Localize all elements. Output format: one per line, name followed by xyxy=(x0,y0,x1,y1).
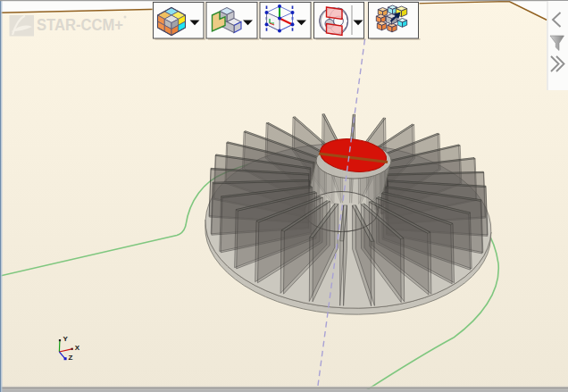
svg-text:STAR-CCM+: STAR-CCM+ xyxy=(37,15,123,34)
svg-text:X: X xyxy=(75,344,80,352)
svg-text:Z: Z xyxy=(69,354,73,362)
svg-text:Y: Y xyxy=(63,335,69,343)
